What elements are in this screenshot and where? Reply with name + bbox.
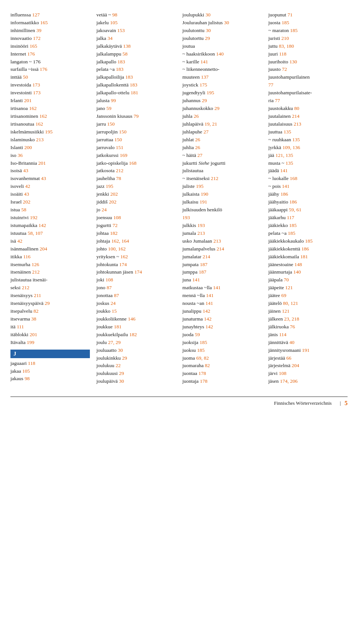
entry-word: jääkaappi [268,207,288,212]
list-item: istumapaikka 142 [10,222,90,230]
entry-word: jarrupoljin [97,129,118,135]
list-item: jäädä 141 [268,167,348,175]
entry-num: 202 [110,191,118,197]
list-item: juoda 59 [182,331,262,339]
entry-word: juosta [268,20,280,25]
entry-word: influenssa [10,12,31,18]
entry-num: 151 [116,145,123,150]
entry-word: junaturma [182,316,203,322]
entry-word: juoksija [182,340,198,345]
entry-num: 58, 107 [28,230,43,236]
entry-word: pelata ~a [97,66,115,72]
footer-page: 5 [345,400,348,407]
list-item: jalkapallo-ottelu 181 [97,89,176,97]
entry-word: jono [97,285,106,290]
list-item: joukkoliikenne 146 [97,315,176,323]
entry-word: seksi [10,285,21,290]
entry-num: 187 [200,262,207,267]
list-item: jumala 213 [182,230,262,237]
list-item: julistautua [182,167,262,175]
list-item: johto 100, 162 [97,245,176,253]
entry-num: 82 [34,308,39,314]
entry-num: 69 [281,293,286,298]
entry-word: usko Jumalaan [182,238,212,244]
entry-word: juoksu [182,347,196,353]
entry-num: 78 [116,176,121,181]
list-item: pelata ~a 183 [97,66,176,73]
entry-num: 213 [213,238,221,244]
list-item: muuteen 137 [182,73,262,81]
entry-num: 80, 121 [283,300,298,306]
list-item: jalkapallo 183 [97,58,176,66]
entry-word: juhannuskokko [182,105,213,111]
entry-word: joystick [182,82,198,88]
entry-word: ~ haaksirikkoon [182,51,215,57]
entry-word: isoisä [10,168,22,173]
entry-word: isoäiti [10,191,23,197]
list-item: itikka 116 [10,253,90,261]
entry-word: jalkapallo [97,59,116,64]
list-item: pelata ~a 185 [268,230,348,237]
list-item: 193 [182,214,262,222]
entry-num: 150 [107,121,114,127]
list-item: isoäiti 43 [10,190,90,198]
list-item: ~ luokalle 168 [268,175,348,183]
entry-word: jälkeen [268,316,283,322]
list-item: ~ pois 141 [268,183,348,190]
entry-num: 137 [201,74,208,80]
entry-word: johto [97,246,107,252]
entry-word: pelata ~a [268,230,287,236]
list-item: joulupäivä 30 [97,378,176,385]
entry-word: juusto [268,66,281,72]
list-item: Iso-Britannia 201 [10,160,90,167]
entry-word: ~ ruuhkaan [268,137,291,142]
list-item: joulu 27, 29 [97,339,176,347]
list-item: irtisanominen 162 [10,113,90,120]
list-item: innovaatio 172 [10,35,90,42]
entry-word: jälkiruoka [268,324,289,329]
list-item: jääkarhu 117 [268,214,348,222]
entry-num: 173 [33,90,40,95]
entry-word: joulukuusi [97,370,118,376]
entry-num: 58 [123,51,128,57]
entry-num: 210 [281,35,289,41]
entry-word: julistautua [182,168,203,173]
entry-word: juontaa [182,370,197,376]
list-item: julkkis 193 [182,222,262,230]
list-item: islaminusko 213 [10,136,90,144]
entry-num: 168 [290,176,297,181]
entry-num: 204 [40,246,47,252]
entry-word: joulu [97,340,107,345]
entry-num: 108 [279,370,286,376]
entry-num: 59, 61 [289,207,302,212]
list-item: jännittävä 40 [268,339,348,347]
list-item: juurihoito 130 [268,58,348,66]
list-item: jaguaari 118 [10,360,90,367]
entry-word: iskelmämusiikki [10,129,44,135]
entry-word: jalkapallo-ottelu [97,90,129,95]
entry-num: 186 [301,246,309,252]
list-item: jenkki 202 [97,190,176,198]
list-item: isänmaallinen 204 [10,245,90,253]
entry-num: 108 [106,277,113,282]
list-item: johtokunnan jäsen 174 [97,268,176,276]
entry-num: 201 [29,332,37,337]
entry-num: 30 [224,20,229,25]
list-item: itsenäisyyspäivä 29 [10,300,90,307]
entry-word: nousta ~an [182,300,204,306]
entry-word: juurihoito [268,59,288,64]
entry-num: 173 [32,82,40,88]
list-item: itsepalvelu 82 [10,307,90,315]
entry-word: ~ karille [182,59,199,64]
entry-num: 195 [106,183,113,189]
entry-num: 76 [290,324,295,329]
entry-num: 162 [29,105,37,111]
list-item: jatko-opiskelija 168 [97,160,176,167]
list-item: 77 [268,81,348,89]
list-item: seksi 212 [10,284,90,292]
entry-num: 105 [22,368,30,374]
entry-num: 99 [111,98,116,103]
list-item: Itävalta 199 [10,339,90,347]
entry-word: jumalanpalvelus [182,246,215,252]
entry-word: isä [10,238,16,244]
